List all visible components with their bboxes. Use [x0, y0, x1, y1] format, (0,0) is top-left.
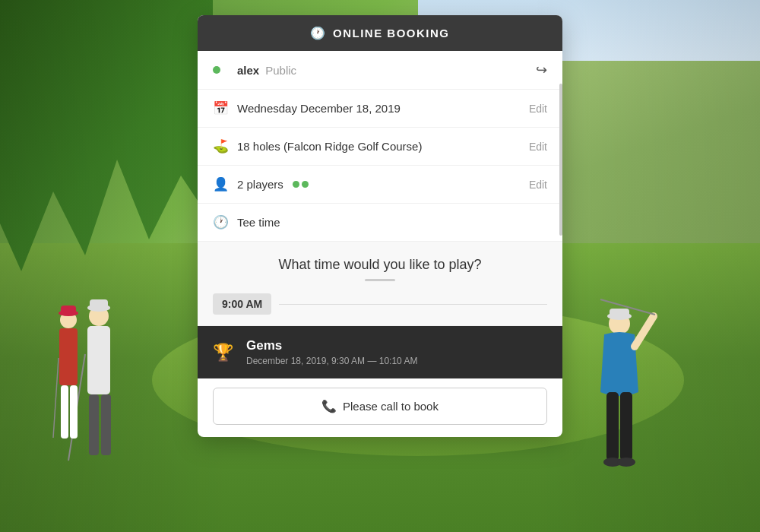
- booking-panel: 🕐 ONLINE BOOKING alex Public ↪ 📅 Wednesd…: [198, 15, 562, 437]
- user-info: alex Public: [237, 64, 536, 77]
- call-to-book-button[interactable]: 📞 Please call to book: [213, 388, 547, 425]
- holes-row: ⛳ 18 holes (Falcon Ridge Golf Course) Ed…: [198, 128, 562, 166]
- holes-edit-button[interactable]: Edit: [529, 141, 547, 153]
- players-info: 2 players: [237, 178, 529, 191]
- svg-rect-16: [610, 309, 629, 318]
- booking-card[interactable]: 🏆 Gems December 18, 2019, 9:30 AM — 10:1…: [198, 326, 562, 378]
- trophy-icon: 🏆: [213, 343, 236, 363]
- svg-rect-8: [59, 328, 78, 385]
- player-dot-1: [293, 181, 299, 188]
- golf-icon: ⛳: [213, 138, 230, 154]
- panel-title: ONLINE BOOKING: [333, 27, 450, 40]
- svg-rect-13: [61, 306, 76, 315]
- export-icon[interactable]: ↪: [536, 62, 547, 78]
- call-to-book-label: Please call to book: [343, 400, 439, 413]
- players-row: 👤 2 players Edit: [198, 166, 562, 204]
- panel-body: alex Public ↪ 📅 Wednesday December 18, 2…: [198, 51, 562, 425]
- tee-time-section: What time would you like to play? 9:00 A…: [198, 242, 562, 326]
- tee-time-icon: 🕐: [213, 214, 230, 230]
- player-dot-2: [302, 181, 309, 188]
- tee-time-question: What time would you like to play?: [198, 242, 562, 279]
- booking-card-title: Gems: [246, 338, 547, 353]
- svg-line-11: [53, 358, 59, 438]
- holes-value: 18 holes (Falcon Ridge Golf Course): [237, 140, 529, 153]
- svg-rect-19: [606, 392, 619, 461]
- user-row: alex Public ↪: [198, 51, 562, 90]
- booking-card-info: Gems December 18, 2019, 9:30 AM — 10:10 …: [246, 338, 547, 366]
- players-icon: 👤: [213, 176, 230, 192]
- player-dots: [293, 181, 309, 188]
- golfers-left: [38, 278, 137, 502]
- user-online-dot: [213, 66, 220, 74]
- user-type-label: Public: [265, 64, 296, 77]
- svg-rect-20: [620, 392, 632, 461]
- time-slot-row: 9:00 AM: [198, 293, 562, 325]
- tee-time-label: Tee time: [237, 216, 547, 229]
- username-label: alex: [237, 64, 259, 77]
- time-line: [279, 304, 547, 305]
- tee-time-label-row: 🕐 Tee time: [198, 204, 562, 242]
- panel-header: 🕐 ONLINE BOOKING: [198, 15, 562, 51]
- svg-rect-10: [70, 385, 78, 439]
- clock-icon: 🕐: [310, 26, 327, 40]
- svg-rect-3: [101, 394, 111, 455]
- players-value: 2 players: [237, 178, 283, 191]
- svg-line-17: [635, 316, 654, 347]
- date-edit-button[interactable]: Edit: [529, 103, 547, 115]
- players-edit-button[interactable]: Edit: [529, 179, 547, 191]
- date-value: Wednesday December 18, 2019: [237, 102, 529, 115]
- phone-icon: 📞: [321, 399, 337, 413]
- golfer-right: [578, 293, 661, 494]
- time-slot-badge[interactable]: 9:00 AM: [213, 293, 271, 315]
- date-row: 📅 Wednesday December 18, 2019 Edit: [198, 90, 562, 128]
- svg-point-22: [617, 458, 635, 467]
- scrollbar[interactable]: [559, 84, 562, 236]
- calendar-icon: 📅: [213, 100, 230, 116]
- tee-time-divider: [365, 279, 395, 281]
- svg-rect-1: [87, 326, 110, 394]
- user-status-icon: [213, 62, 230, 78]
- svg-rect-6: [90, 299, 108, 310]
- svg-rect-9: [61, 385, 68, 439]
- booking-card-subtitle: December 18, 2019, 9:30 AM — 10:10 AM: [246, 356, 547, 366]
- svg-rect-2: [89, 394, 99, 455]
